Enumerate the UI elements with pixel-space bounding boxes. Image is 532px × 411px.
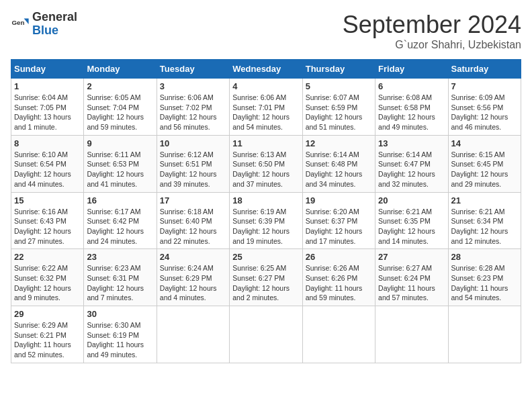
day-number: 5: [306, 81, 372, 91]
calendar-cell: 23Sunrise: 6:23 AM Sunset: 6:31 PM Dayli…: [84, 249, 157, 306]
day-info: Sunrise: 6:17 AM Sunset: 6:42 PM Dayligh…: [87, 207, 153, 246]
day-number: 11: [232, 138, 299, 148]
calendar-cell: 12Sunrise: 6:14 AM Sunset: 6:48 PM Dayli…: [302, 135, 375, 192]
day-info: Sunrise: 6:29 AM Sunset: 6:21 PM Dayligh…: [14, 320, 81, 360]
day-info: Sunrise: 6:24 AM Sunset: 6:29 PM Dayligh…: [160, 263, 226, 303]
day-number: 14: [451, 138, 518, 148]
calendar-cell: [157, 306, 229, 363]
day-number: 16: [87, 195, 153, 205]
day-number: 26: [306, 252, 372, 262]
calendar-cell: 10Sunrise: 6:12 AM Sunset: 6:51 PM Dayli…: [157, 135, 229, 192]
dow-monday: Monday: [84, 60, 157, 79]
day-number: 4: [232, 81, 299, 91]
calendar-cell: 22Sunrise: 6:22 AM Sunset: 6:32 PM Dayli…: [11, 249, 84, 306]
calendar-cell: 16Sunrise: 6:17 AM Sunset: 6:42 PM Dayli…: [84, 192, 157, 249]
dow-saturday: Saturday: [448, 60, 521, 79]
day-info: Sunrise: 6:16 AM Sunset: 6:43 PM Dayligh…: [14, 207, 81, 246]
day-number: 18: [232, 195, 299, 205]
day-info: Sunrise: 6:28 AM Sunset: 6:23 PM Dayligh…: [451, 263, 518, 303]
calendar-cell: [448, 306, 521, 363]
day-info: Sunrise: 6:06 AM Sunset: 7:02 PM Dayligh…: [160, 93, 226, 132]
day-number: 28: [451, 252, 518, 262]
dow-thursday: Thursday: [302, 60, 375, 79]
day-info: Sunrise: 6:23 AM Sunset: 6:31 PM Dayligh…: [87, 263, 153, 303]
day-info: Sunrise: 6:25 AM Sunset: 6:27 PM Dayligh…: [232, 263, 299, 303]
location: G`uzor Shahri, Uzbekistan: [343, 39, 521, 51]
day-info: Sunrise: 6:06 AM Sunset: 7:01 PM Dayligh…: [232, 93, 299, 132]
day-number: 25: [232, 252, 299, 262]
calendar-cell: 15Sunrise: 6:16 AM Sunset: 6:43 PM Dayli…: [11, 192, 84, 249]
calendar-table: SundayMondayTuesdayWednesdayThursdayFrid…: [11, 59, 521, 363]
svg-text:Gen: Gen: [11, 19, 24, 26]
calendar-cell: [230, 306, 302, 363]
calendar-cell: 27Sunrise: 6:27 AM Sunset: 6:24 PM Dayli…: [375, 249, 448, 306]
calendar-cell: 29Sunrise: 6:29 AM Sunset: 6:21 PM Dayli…: [11, 306, 84, 363]
logo-blue: Blue: [32, 24, 77, 38]
day-number: 30: [87, 309, 153, 319]
calendar-cell: 4Sunrise: 6:06 AM Sunset: 7:01 PM Daylig…: [230, 79, 302, 136]
calendar-cell: [302, 306, 375, 363]
day-info: Sunrise: 6:12 AM Sunset: 6:51 PM Dayligh…: [160, 150, 226, 189]
calendar-cell: 21Sunrise: 6:21 AM Sunset: 6:34 PM Dayli…: [448, 192, 521, 249]
day-number: 13: [378, 138, 445, 148]
calendar-cell: [375, 306, 448, 363]
day-info: Sunrise: 6:19 AM Sunset: 6:39 PM Dayligh…: [232, 207, 299, 246]
day-info: Sunrise: 6:27 AM Sunset: 6:24 PM Dayligh…: [378, 263, 445, 303]
calendar-cell: 14Sunrise: 6:15 AM Sunset: 6:45 PM Dayli…: [448, 135, 521, 192]
day-number: 7: [451, 81, 518, 91]
calendar-cell: 18Sunrise: 6:19 AM Sunset: 6:39 PM Dayli…: [230, 192, 302, 249]
dow-tuesday: Tuesday: [157, 60, 229, 79]
day-number: 12: [306, 138, 372, 148]
dow-sunday: Sunday: [11, 60, 84, 79]
calendar-cell: 2Sunrise: 6:05 AM Sunset: 7:04 PM Daylig…: [84, 79, 157, 136]
day-number: 6: [378, 81, 445, 91]
logo: Gen General Blue: [11, 11, 77, 38]
calendar-cell: 30Sunrise: 6:30 AM Sunset: 6:19 PM Dayli…: [84, 306, 157, 363]
day-info: Sunrise: 6:26 AM Sunset: 6:26 PM Dayligh…: [306, 263, 372, 303]
calendar-cell: 20Sunrise: 6:21 AM Sunset: 6:35 PM Dayli…: [375, 192, 448, 249]
day-info: Sunrise: 6:09 AM Sunset: 6:56 PM Dayligh…: [451, 93, 518, 132]
day-number: 8: [14, 138, 81, 148]
day-info: Sunrise: 6:04 AM Sunset: 7:05 PM Dayligh…: [14, 93, 81, 132]
day-number: 23: [87, 252, 153, 262]
day-info: Sunrise: 6:08 AM Sunset: 6:58 PM Dayligh…: [378, 93, 445, 132]
calendar-cell: 1Sunrise: 6:04 AM Sunset: 7:05 PM Daylig…: [11, 79, 84, 136]
day-info: Sunrise: 6:15 AM Sunset: 6:45 PM Dayligh…: [451, 150, 518, 189]
day-number: 22: [14, 252, 81, 262]
day-number: 10: [160, 138, 226, 148]
day-info: Sunrise: 6:30 AM Sunset: 6:19 PM Dayligh…: [87, 320, 153, 360]
day-number: 9: [87, 138, 153, 148]
svg-marker-1: [24, 18, 29, 24]
day-info: Sunrise: 6:20 AM Sunset: 6:37 PM Dayligh…: [306, 207, 372, 246]
day-number: 24: [160, 252, 226, 262]
page-header: Gen General Blue September 2024 G`uzor S…: [11, 11, 521, 51]
day-number: 19: [306, 195, 372, 205]
day-number: 1: [14, 81, 81, 91]
day-number: 17: [160, 195, 226, 205]
day-number: 29: [14, 309, 81, 319]
day-info: Sunrise: 6:05 AM Sunset: 7:04 PM Dayligh…: [87, 93, 153, 132]
day-info: Sunrise: 6:21 AM Sunset: 6:34 PM Dayligh…: [451, 207, 518, 246]
calendar-cell: 25Sunrise: 6:25 AM Sunset: 6:27 PM Dayli…: [230, 249, 302, 306]
day-number: 3: [160, 81, 226, 91]
calendar-cell: 6Sunrise: 6:08 AM Sunset: 6:58 PM Daylig…: [375, 79, 448, 136]
dow-wednesday: Wednesday: [230, 60, 302, 79]
calendar-cell: 5Sunrise: 6:07 AM Sunset: 6:59 PM Daylig…: [302, 79, 375, 136]
calendar-cell: 17Sunrise: 6:18 AM Sunset: 6:40 PM Dayli…: [157, 192, 229, 249]
day-number: 27: [378, 252, 445, 262]
logo-icon: Gen: [11, 15, 30, 34]
calendar-cell: 8Sunrise: 6:10 AM Sunset: 6:54 PM Daylig…: [11, 135, 84, 192]
day-info: Sunrise: 6:14 AM Sunset: 6:48 PM Dayligh…: [306, 150, 372, 189]
day-info: Sunrise: 6:21 AM Sunset: 6:35 PM Dayligh…: [378, 207, 445, 246]
day-info: Sunrise: 6:11 AM Sunset: 6:53 PM Dayligh…: [87, 150, 153, 189]
day-info: Sunrise: 6:18 AM Sunset: 6:40 PM Dayligh…: [160, 207, 226, 246]
calendar-cell: 7Sunrise: 6:09 AM Sunset: 6:56 PM Daylig…: [448, 79, 521, 136]
dow-friday: Friday: [375, 60, 448, 79]
calendar-cell: 24Sunrise: 6:24 AM Sunset: 6:29 PM Dayli…: [157, 249, 229, 306]
day-info: Sunrise: 6:22 AM Sunset: 6:32 PM Dayligh…: [14, 263, 81, 303]
calendar-cell: 3Sunrise: 6:06 AM Sunset: 7:02 PM Daylig…: [157, 79, 229, 136]
month-title: September 2024: [343, 11, 521, 39]
calendar-cell: 26Sunrise: 6:26 AM Sunset: 6:26 PM Dayli…: [302, 249, 375, 306]
calendar-cell: 11Sunrise: 6:13 AM Sunset: 6:50 PM Dayli…: [230, 135, 302, 192]
calendar-cell: 13Sunrise: 6:14 AM Sunset: 6:47 PM Dayli…: [375, 135, 448, 192]
